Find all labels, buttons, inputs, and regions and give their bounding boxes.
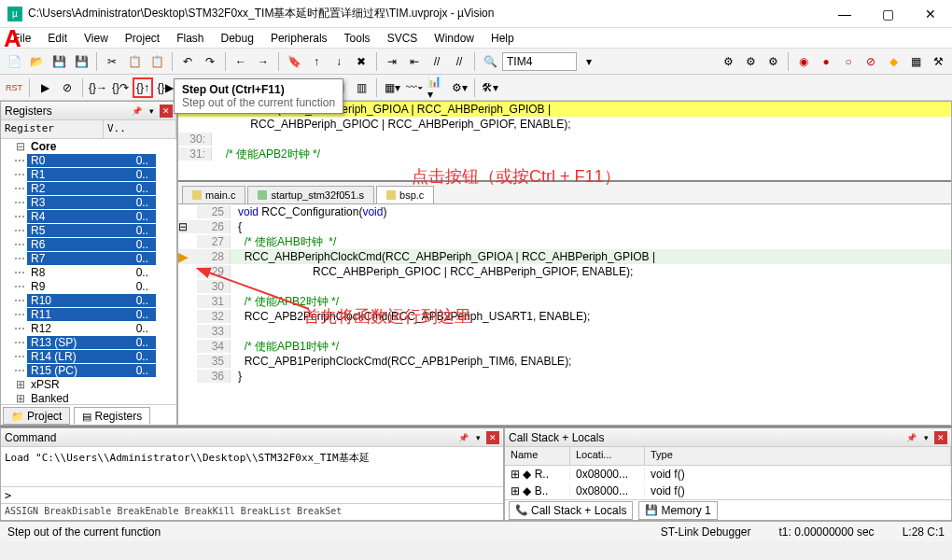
- register-row[interactable]: ⋯R00..: [1, 153, 176, 167]
- build-icon[interactable]: ⚙: [740, 51, 761, 72]
- callstack-row[interactable]: ⊞ ◆ R..0x08000...void f(): [505, 466, 951, 483]
- register-row[interactable]: ⋯R90..: [1, 279, 176, 293]
- step-in-icon[interactable]: {}→: [88, 77, 108, 98]
- undo-icon[interactable]: ↶: [177, 51, 198, 72]
- code-line[interactable]: 35 RCC_APB1PeriphClockCmd(RCC_APB1Periph…: [178, 354, 951, 369]
- comment-icon[interactable]: //: [427, 51, 447, 72]
- register-row[interactable]: ⋯R120..: [1, 321, 176, 335]
- options-icon[interactable]: ⚙: [763, 51, 783, 72]
- callstack-row[interactable]: ⊞ ◆ B..0x08000...void f(): [505, 483, 951, 499]
- register-row[interactable]: ⋯R80..: [1, 265, 176, 279]
- code-line[interactable]: 32 RCC_APB2PeriphClockCmd(RCC_APB2Periph…: [178, 309, 951, 324]
- bookmark-prev-icon[interactable]: ↑: [306, 51, 327, 72]
- panel-pin-icon[interactable]: 📌: [904, 431, 917, 444]
- save-icon[interactable]: 💾: [49, 51, 69, 72]
- register-row[interactable]: ⋯R70..: [1, 251, 176, 265]
- serial-icon[interactable]: ▦▾: [382, 77, 402, 98]
- cut-icon[interactable]: ✂: [102, 51, 122, 72]
- menu-view[interactable]: View: [77, 30, 116, 47]
- menu-peripherals[interactable]: Peripherals: [263, 30, 335, 47]
- menu-project[interactable]: Project: [118, 30, 167, 47]
- register-row[interactable]: ⋯R30..: [1, 195, 176, 209]
- breakpoint-enable-icon[interactable]: ◆: [883, 51, 903, 72]
- register-row[interactable]: ⋯R13 (SP)0..: [1, 335, 176, 349]
- step-over-icon[interactable]: {}↷: [110, 77, 131, 98]
- menu-flash[interactable]: Flash: [169, 30, 211, 47]
- uncomment-icon[interactable]: //: [449, 51, 469, 72]
- command-input[interactable]: [15, 489, 503, 501]
- code-line[interactable]: 29 RCC_AHBPeriph_GPIOC | RCC_AHBPeriph_G…: [178, 264, 951, 279]
- paste-icon[interactable]: 📋: [147, 51, 167, 72]
- outdent-icon[interactable]: ⇤: [404, 51, 425, 72]
- panel-dropdown-icon[interactable]: ▾: [145, 105, 158, 118]
- menu-svcs[interactable]: SVCS: [380, 30, 426, 47]
- run-icon[interactable]: ▶: [35, 77, 55, 98]
- register-row[interactable]: ⋯R60..: [1, 237, 176, 251]
- toolbox-icon[interactable]: 🛠▾: [480, 77, 500, 98]
- copy-icon[interactable]: 📋: [124, 51, 145, 72]
- code-line[interactable]: ⊟26{: [178, 219, 951, 234]
- find-icon[interactable]: 🔍: [480, 51, 500, 72]
- nav-fwd-icon[interactable]: →: [253, 51, 273, 72]
- code-line[interactable]: ▶28 RCC_AHBPeriphClockCmd(RCC_AHBPeriph_…: [178, 249, 951, 264]
- saveall-icon[interactable]: 💾: [71, 51, 91, 72]
- close-button[interactable]: ✕: [909, 0, 952, 27]
- editor-tab[interactable]: main.c: [182, 186, 245, 203]
- trace-icon[interactable]: 📊▾: [427, 77, 447, 98]
- dropdown-icon[interactable]: ▾: [579, 51, 599, 72]
- build-icon[interactable]: ⚙: [718, 51, 738, 72]
- tools-icon[interactable]: ⚒: [928, 51, 948, 72]
- menu-debug[interactable]: Debug: [214, 30, 261, 47]
- register-row[interactable]: ⋯R14 (LR)0..: [1, 349, 176, 363]
- register-row[interactable]: ⋯R50..: [1, 223, 176, 237]
- panel-pin-icon[interactable]: 📌: [130, 105, 143, 118]
- indent-icon[interactable]: ⇥: [382, 51, 402, 72]
- reset-icon[interactable]: RST: [4, 77, 24, 98]
- code-editor[interactable]: 25void RCC_Configuration(void)⊟26{27 /* …: [178, 204, 951, 425]
- new-icon[interactable]: 📄: [4, 51, 24, 72]
- menu-help[interactable]: Help: [483, 30, 522, 47]
- menu-tools[interactable]: Tools: [337, 30, 378, 47]
- window-icon[interactable]: ▦: [905, 51, 926, 72]
- redo-icon[interactable]: ↷: [200, 51, 220, 72]
- code-line[interactable]: 34 /* 使能APB1时钟 */: [178, 339, 951, 354]
- register-group[interactable]: ⊞xPSR: [1, 377, 176, 391]
- maximize-button[interactable]: ▢: [866, 0, 909, 27]
- breakpoint-kill-icon[interactable]: ⊘: [861, 51, 881, 72]
- run-to-cursor-icon[interactable]: {}▶: [155, 77, 175, 98]
- menu-window[interactable]: Window: [427, 30, 482, 47]
- window-mem-icon[interactable]: ▥: [351, 77, 371, 98]
- register-row[interactable]: ⋯R20..: [1, 181, 176, 195]
- debug-icon[interactable]: ◉: [793, 51, 814, 72]
- step-out-icon[interactable]: {}↑: [133, 77, 153, 98]
- bookmark-icon[interactable]: 🔖: [284, 51, 304, 72]
- menu-edit[interactable]: Edit: [40, 30, 75, 47]
- register-row[interactable]: ⋯R40..: [1, 209, 176, 223]
- bookmark-next-icon[interactable]: ↓: [329, 51, 349, 72]
- nav-back-icon[interactable]: ←: [231, 51, 251, 72]
- tab-callstack[interactable]: 📞 Call Stack + Locals: [509, 501, 633, 520]
- breakpoint-icon[interactable]: ●: [816, 51, 836, 72]
- editor-tab[interactable]: bsp.c: [376, 186, 434, 203]
- core-group[interactable]: ⊟ Core: [1, 139, 176, 153]
- analysis-icon[interactable]: 〰▾: [404, 77, 425, 98]
- panel-close-icon[interactable]: ✕: [486, 431, 499, 444]
- panel-pin-icon[interactable]: 📌: [456, 431, 469, 444]
- register-row[interactable]: ⋯R15 (PC)0..: [1, 363, 176, 377]
- tab-registers[interactable]: ▤ Registers: [74, 407, 150, 425]
- code-line[interactable]: 27 /* 使能AHB时钟 */: [178, 234, 951, 249]
- panel-close-icon[interactable]: ✕: [934, 431, 947, 444]
- registers-list[interactable]: ⊟ Core ⋯R00..⋯R10..⋯R20..⋯R30..⋯R40..⋯R5…: [1, 139, 176, 404]
- register-row[interactable]: ⋯R110..: [1, 307, 176, 321]
- callstack-table[interactable]: Name Locati... Type ⊞ ◆ R..0x08000...voi…: [505, 447, 951, 499]
- command-output[interactable]: Load "C:\\Users\\Administrator\\Desktop\…: [1, 447, 503, 486]
- register-row[interactable]: ⋯R10..: [1, 167, 176, 181]
- register-row[interactable]: ⋯R100..: [1, 293, 176, 307]
- register-group[interactable]: ⊞Banked: [1, 391, 176, 404]
- stop-icon[interactable]: ⊘: [57, 77, 77, 98]
- code-line[interactable]: 30: [178, 279, 951, 294]
- code-line[interactable]: 31 /* 使能APB2时钟 */: [178, 294, 951, 309]
- editor-tab[interactable]: startup_stm32f051.s: [247, 186, 374, 203]
- panel-dropdown-icon[interactable]: ▾: [919, 431, 932, 444]
- code-line[interactable]: 25void RCC_Configuration(void): [178, 204, 951, 219]
